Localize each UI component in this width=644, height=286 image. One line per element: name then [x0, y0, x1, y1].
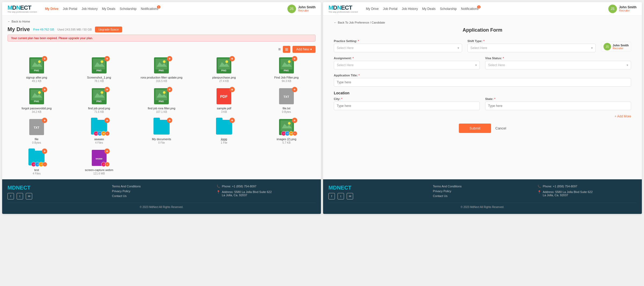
right-footer-facebook[interactable]: f	[328, 193, 335, 199]
submit-button[interactable]: Submit	[459, 124, 491, 133]
file-add-overlay[interactable]: +	[42, 118, 47, 123]
nav-my-deals[interactable]: My Deals	[102, 7, 115, 11]
svg-rect-16	[218, 59, 230, 69]
assignment-group: Assignment: * Select Here ▾	[334, 57, 480, 69]
file-add-overlay[interactable]: +	[167, 56, 172, 61]
file-item[interactable]: PNG+rora production filter update.png316…	[133, 56, 191, 83]
assignment-select[interactable]: Select Here ▾	[334, 61, 480, 69]
right-footer-contact[interactable]: Contact Us	[433, 194, 532, 198]
right-footer-address: 📍 Address: 5580 La Jolla Blvd Suite 622L…	[537, 190, 636, 197]
file-item[interactable]: PNG+planpurchase.png27.4 KB	[195, 56, 253, 83]
cancel-button[interactable]: Cancel	[495, 126, 506, 130]
file-name: forgot passworddd.png	[21, 107, 52, 110]
file-add-overlay[interactable]: +	[229, 56, 235, 61]
file-item[interactable]: PNG+forgot passworddd.png34.2 KB	[8, 87, 66, 113]
file-item[interactable]: PNG+Screenshot_1.png78.1 KB	[70, 56, 128, 83]
right-footer-privacy[interactable]: Privacy Policy	[433, 190, 532, 193]
visa-status-select[interactable]: Select Here ▾	[485, 61, 631, 69]
right-nav-my-drive[interactable]: My Drive	[366, 7, 379, 11]
file-add-overlay[interactable]: +	[42, 87, 47, 92]
add-new-button[interactable]: Add New ▾	[292, 46, 316, 53]
upgrade-button[interactable]: Upgrade Space	[95, 27, 122, 32]
file-size: 0 Bytes	[282, 110, 291, 113]
footer-twitter[interactable]: t	[17, 193, 23, 199]
shift-type-select[interactable]: Select Here ▾	[467, 44, 596, 52]
app-title-input[interactable]	[334, 78, 631, 87]
file-item[interactable]: +My documents0 File	[133, 118, 191, 144]
file-add-overlay[interactable]: +	[292, 87, 297, 92]
file-add-overlay[interactable]: +	[104, 87, 110, 92]
file-add-overlay[interactable]: +	[229, 87, 235, 92]
nav-notifications[interactable]: Notifications6	[141, 7, 158, 11]
file-item[interactable]: PNG+JSH+images (2).png5.7 KB	[257, 118, 316, 144]
right-back-link[interactable]: Back To Job Preference / Candidate	[334, 21, 631, 24]
left-back-link[interactable]: Back to Home	[8, 20, 316, 23]
file-item[interactable]: PNG+find job prod.png71.6 KB	[70, 87, 128, 113]
state-input[interactable]	[485, 102, 631, 110]
file-item[interactable]: TXT+file0 Bytes	[8, 118, 66, 144]
file-add-overlay[interactable]: +	[292, 56, 297, 61]
practice-setting-select[interactable]: Select Here ▾	[334, 44, 462, 52]
file-add-overlay[interactable]: +	[104, 118, 110, 123]
right-footer-terms[interactable]: Terms And Conditions	[433, 185, 532, 188]
footer-email[interactable]: ✉	[26, 193, 32, 199]
file-add-overlay[interactable]: +	[42, 56, 47, 61]
shared-avatar-more[interactable]: +	[105, 162, 110, 167]
file-item[interactable]: +SSH+aaaaas4 Files	[70, 118, 128, 144]
right-nav-scholarship[interactable]: Scholarship	[440, 7, 457, 11]
grid-view-button[interactable]: ⊞	[283, 46, 290, 53]
chevron-down-icon-4: ▾	[627, 63, 628, 67]
file-name: screen-capture.webm	[85, 168, 113, 172]
file-add-overlay[interactable]: +	[167, 118, 172, 123]
right-nav-job-history[interactable]: Job History	[402, 7, 418, 11]
file-add-overlay[interactable]: +	[229, 118, 235, 123]
footer-logo: MDNECT	[8, 185, 107, 191]
right-nav-notifications[interactable]: Notifications6	[461, 7, 478, 11]
file-item[interactable]: +jiggg1 File	[195, 118, 253, 144]
right-footer-contact-info: 📞 Phone: +1 (858) 754-8097 📍 Address: 55…	[537, 185, 636, 199]
footer-contact[interactable]: Contact Us	[112, 194, 211, 198]
right-nav-job-portal[interactable]: Job Portal	[383, 7, 397, 11]
svg-text:PNG: PNG	[284, 69, 289, 72]
nav-job-portal[interactable]: Job Portal	[63, 7, 77, 11]
form-title: Application Form	[334, 27, 631, 33]
file-item[interactable]: WEBM+J+screen-capture.webm121.6 MB	[70, 148, 128, 175]
file-item[interactable]: PNG+signup after.png49.1 KB	[8, 56, 66, 83]
right-footer-twitter[interactable]: t	[338, 193, 344, 199]
right-nav-links: My Drive Job Portal Job History My Deals…	[366, 7, 479, 11]
shared-avatar-more[interactable]: +	[42, 162, 47, 167]
nav-job-history[interactable]: Job History	[82, 7, 98, 11]
shared-avatar-more[interactable]: +	[105, 131, 110, 136]
file-size: 49.1 KB	[32, 80, 42, 83]
shift-type-label: Shift Type: *	[467, 39, 596, 43]
nav-scholarship[interactable]: Scholarship	[120, 7, 137, 11]
file-add-overlay[interactable]: +	[42, 148, 47, 154]
assignment-visa-row: Assignment: * Select Here ▾ Visa Status:…	[334, 57, 631, 69]
practice-setting-label: Practice Setting: *	[334, 39, 462, 43]
file-item[interactable]: PNG+find job rora filter.png107.1 KB	[133, 87, 191, 113]
right-nav-my-deals[interactable]: My Deals	[422, 7, 436, 11]
file-add-overlay[interactable]: +	[104, 148, 110, 154]
file-add-overlay[interactable]: +	[292, 118, 297, 123]
file-name: images (2).png	[277, 138, 296, 141]
footer-terms[interactable]: Terms And Conditions	[112, 185, 211, 188]
file-add-overlay[interactable]: +	[104, 56, 110, 61]
list-view-button[interactable]: ≡	[278, 46, 281, 53]
city-input[interactable]	[334, 102, 480, 110]
footer-facebook[interactable]: f	[8, 193, 14, 199]
svg-text:PNG: PNG	[221, 69, 227, 72]
right-copyright: © 2023 MdNect All Rights Reserved.	[328, 203, 636, 209]
add-more-button[interactable]: + Add More	[334, 114, 631, 118]
shared-avatar-more[interactable]: +	[292, 131, 297, 136]
svg-text:PNG: PNG	[159, 69, 164, 72]
footer-privacy[interactable]: Privacy Policy	[112, 190, 211, 193]
nav-my-drive[interactable]: My Drive	[45, 7, 58, 11]
file-item[interactable]: TXT+file.txt0 Bytes	[257, 87, 316, 113]
file-add-overlay[interactable]: +	[167, 87, 172, 92]
right-footer-email[interactable]: ✉	[347, 193, 353, 199]
file-item[interactable]: +JJZ+test4 Files	[8, 148, 66, 175]
file-item[interactable]: PDF+sample.pdf3 KB	[195, 87, 253, 113]
left-footer: MDNECT f t ✉ Terms And Conditions Privac…	[2, 179, 321, 214]
file-item[interactable]: PNG+Find Job Filter.png94.3 KB	[257, 56, 316, 83]
file-name: sample.pdf	[217, 107, 231, 110]
